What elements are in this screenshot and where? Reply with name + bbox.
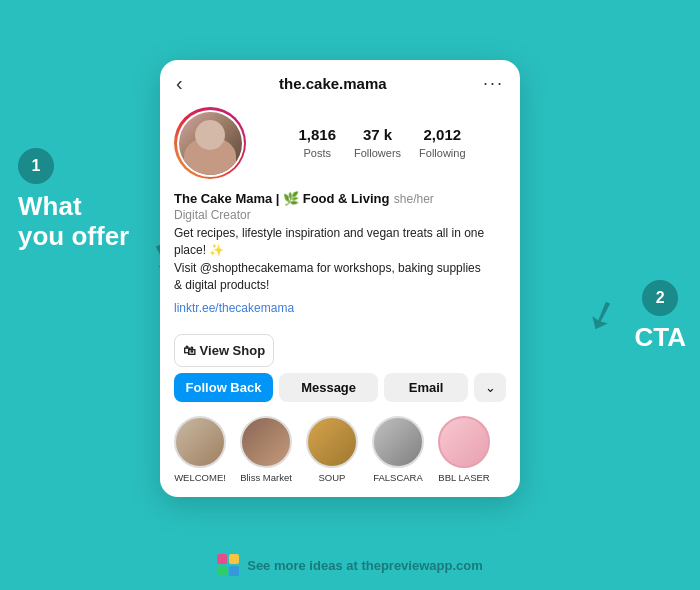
highlight-bliss-market[interactable]: Bliss Market bbox=[240, 416, 292, 483]
highlight-label-welcome: WELCOME! bbox=[174, 472, 226, 483]
logo-square-4 bbox=[229, 566, 239, 576]
arrow-right-icon: ➘ bbox=[578, 290, 624, 339]
highlight-label-falscara: FALSCARA bbox=[373, 472, 423, 483]
left-label-text: What you offer bbox=[18, 192, 129, 252]
profile-section: 1,816 Posts 37 k Followers 2,012 Followi… bbox=[160, 103, 520, 189]
highlight-circle-soup bbox=[306, 416, 358, 468]
avatar-ring bbox=[174, 107, 246, 179]
posts-count: 1,816 bbox=[298, 126, 336, 143]
stat-followers: 37 k Followers bbox=[354, 126, 401, 161]
highlight-label-bbl: BBL LASER bbox=[438, 472, 489, 483]
posts-label: Posts bbox=[303, 147, 331, 159]
bio-link[interactable]: linktr.ee/thecakemama bbox=[174, 301, 294, 315]
dropdown-button[interactable]: ⌄ bbox=[474, 373, 506, 402]
avatar bbox=[179, 112, 242, 175]
highlight-welcome[interactable]: WELCOME! bbox=[174, 416, 226, 483]
following-label: Following bbox=[419, 147, 465, 159]
follow-back-button[interactable]: Follow Back bbox=[174, 373, 273, 402]
message-button[interactable]: Message bbox=[279, 373, 378, 402]
followers-count: 37 k bbox=[354, 126, 401, 143]
avatar-inner bbox=[177, 110, 244, 177]
stat-following: 2,012 Following bbox=[419, 126, 465, 161]
email-button[interactable]: Email bbox=[384, 373, 468, 402]
display-name: The Cake Mama | 🌿 Food & Living bbox=[174, 191, 389, 206]
instagram-profile-card: ‹ the.cake.mama ··· 1,816 Posts 37 k Fol… bbox=[160, 60, 520, 497]
bio-section: The Cake Mama | 🌿 Food & Living she/her … bbox=[160, 189, 520, 326]
view-shop-button[interactable]: 🛍 View Shop bbox=[174, 334, 274, 367]
left-annotation: 1 What you offer bbox=[18, 148, 129, 252]
right-annotation: 2 CTA bbox=[634, 280, 686, 353]
highlights-row: WELCOME! Bliss Market SOUP FALSCARA BBL … bbox=[160, 412, 520, 483]
badge-1: 1 bbox=[18, 148, 54, 184]
highlight-circle-bliss bbox=[240, 416, 292, 468]
highlight-soup[interactable]: SOUP bbox=[306, 416, 358, 483]
preview-logo bbox=[217, 554, 239, 576]
footer: See more ideas at thepreviewapp.com bbox=[0, 554, 700, 576]
stat-posts: 1,816 Posts bbox=[298, 126, 336, 161]
logo-square-1 bbox=[217, 554, 227, 564]
more-options-button[interactable]: ··· bbox=[483, 73, 504, 94]
logo-square-3 bbox=[217, 566, 227, 576]
footer-text: See more ideas at thepreviewapp.com bbox=[247, 558, 483, 573]
action-buttons-row: Follow Back Message Email ⌄ bbox=[160, 373, 520, 402]
right-label-text: CTA bbox=[634, 322, 686, 353]
pronouns: she/her bbox=[394, 192, 434, 206]
bio-text: Get recipes, lifestyle inspiration and v… bbox=[174, 225, 506, 295]
followers-label: Followers bbox=[354, 147, 401, 159]
highlight-circle-welcome bbox=[174, 416, 226, 468]
badge-2: 2 bbox=[642, 280, 678, 316]
stats-row: 1,816 Posts 37 k Followers 2,012 Followi… bbox=[258, 126, 506, 161]
highlight-bbl-laser[interactable]: BBL LASER bbox=[438, 416, 490, 483]
username: the.cake.mama bbox=[279, 75, 387, 92]
top-bar: ‹ the.cake.mama ··· bbox=[160, 60, 520, 103]
highlight-label-bliss: Bliss Market bbox=[240, 472, 292, 483]
logo-square-2 bbox=[229, 554, 239, 564]
highlight-circle-bbl bbox=[438, 416, 490, 468]
highlight-circle-falscara bbox=[372, 416, 424, 468]
bio-name-line: The Cake Mama | 🌿 Food & Living she/her bbox=[174, 189, 506, 207]
highlight-label-soup: SOUP bbox=[319, 472, 346, 483]
highlight-falscara[interactable]: FALSCARA bbox=[372, 416, 424, 483]
following-count: 2,012 bbox=[419, 126, 465, 143]
back-button[interactable]: ‹ bbox=[176, 72, 183, 95]
bio-category: Digital Creator bbox=[174, 208, 506, 222]
